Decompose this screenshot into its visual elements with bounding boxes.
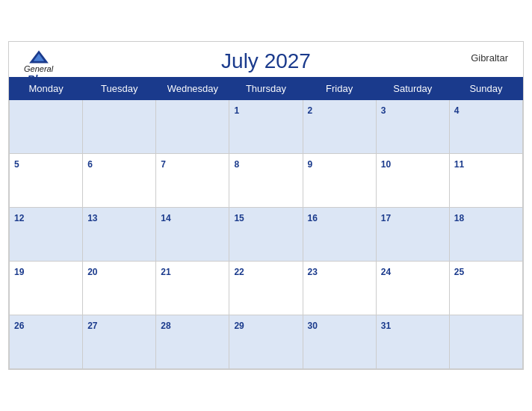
calendar-cell: 23 bbox=[303, 262, 376, 315]
date-number: 25 bbox=[454, 267, 464, 277]
logo-area: General Blue bbox=[24, 49, 53, 85]
date-number: 2 bbox=[308, 105, 313, 116]
calendar-cell: 28 bbox=[156, 315, 229, 369]
calendar-cell: 7 bbox=[156, 154, 229, 208]
calendar-week-row: 19202122232425 bbox=[10, 262, 523, 315]
date-number: 26 bbox=[14, 321, 24, 331]
header-saturday: Saturday bbox=[376, 78, 449, 100]
calendar-week-row: 262728293031 bbox=[10, 315, 523, 369]
calendar-cell: 29 bbox=[229, 315, 303, 369]
date-number: 7 bbox=[161, 159, 166, 170]
date-number: 11 bbox=[454, 159, 464, 170]
calendar-cell: 24 bbox=[376, 262, 449, 315]
calendar-cell: 8 bbox=[229, 154, 303, 208]
header-tuesday: Tuesday bbox=[83, 78, 156, 100]
calendar-cell: 6 bbox=[83, 154, 156, 208]
calendar-week-row: 12131415161718 bbox=[10, 208, 523, 262]
date-number: 12 bbox=[14, 213, 24, 223]
calendar-cell: 25 bbox=[449, 262, 522, 315]
date-number: 23 bbox=[308, 267, 318, 277]
calendar-body: 1234567891011121314151617181920212223242… bbox=[10, 100, 523, 369]
date-number: 8 bbox=[234, 159, 239, 170]
date-number: 30 bbox=[308, 321, 318, 331]
calendar-cell: 9 bbox=[303, 154, 376, 208]
date-number: 22 bbox=[234, 267, 244, 277]
calendar-cell bbox=[156, 100, 229, 154]
logo-general-text: General bbox=[24, 64, 53, 73]
date-number: 24 bbox=[381, 267, 391, 277]
calendar-cell: 13 bbox=[83, 208, 156, 262]
calendar-container: General Blue July 2027 Gibraltar Monday … bbox=[8, 41, 524, 370]
date-number: 14 bbox=[161, 213, 170, 223]
calendar-title: July 2027 bbox=[221, 49, 311, 73]
calendar-cell: 27 bbox=[83, 315, 156, 369]
date-number: 6 bbox=[87, 159, 93, 170]
calendar-cell: 18 bbox=[449, 208, 522, 262]
calendar-cell: 1 bbox=[229, 100, 303, 154]
general-blue-logo-icon bbox=[28, 49, 50, 64]
logo-blue-text: Blue bbox=[27, 73, 49, 85]
calendar-cell: 26 bbox=[10, 315, 83, 369]
location-label: Gibraltar bbox=[471, 52, 508, 64]
header-sunday: Sunday bbox=[449, 78, 522, 100]
calendar-cell: 11 bbox=[449, 154, 522, 208]
calendar-cell: 20 bbox=[83, 262, 156, 315]
date-number: 29 bbox=[234, 321, 244, 331]
header-thursday: Thursday bbox=[229, 78, 303, 100]
calendar-grid: Monday Tuesday Wednesday Thursday Friday… bbox=[9, 77, 523, 369]
calendar-cell: 3 bbox=[376, 100, 449, 154]
date-number: 9 bbox=[308, 159, 313, 170]
date-number: 18 bbox=[454, 213, 464, 223]
date-number: 17 bbox=[381, 213, 391, 223]
date-number: 1 bbox=[234, 105, 239, 116]
date-number: 19 bbox=[14, 267, 24, 277]
calendar-cell: 5 bbox=[10, 154, 83, 208]
weekday-header-row: Monday Tuesday Wednesday Thursday Friday… bbox=[10, 78, 523, 100]
calendar-cell: 2 bbox=[303, 100, 376, 154]
calendar-cell: 10 bbox=[376, 154, 449, 208]
calendar-cell: 14 bbox=[156, 208, 229, 262]
date-number: 15 bbox=[234, 213, 244, 223]
calendar-week-row: 567891011 bbox=[10, 154, 523, 208]
calendar-cell: 12 bbox=[10, 208, 83, 262]
date-number: 16 bbox=[308, 213, 318, 223]
calendar-cell: 4 bbox=[449, 100, 522, 154]
calendar-cell bbox=[10, 100, 83, 154]
date-number: 20 bbox=[87, 267, 97, 277]
calendar-cell bbox=[83, 100, 156, 154]
date-number: 3 bbox=[381, 105, 386, 116]
calendar-cell: 30 bbox=[303, 315, 376, 369]
calendar-cell: 19 bbox=[10, 262, 83, 315]
header-friday: Friday bbox=[303, 78, 376, 100]
calendar-cell: 21 bbox=[156, 262, 229, 315]
calendar-cell: 16 bbox=[303, 208, 376, 262]
date-number: 28 bbox=[161, 321, 170, 331]
calendar-cell bbox=[449, 315, 522, 369]
calendar-cell: 22 bbox=[229, 262, 303, 315]
date-number: 13 bbox=[87, 213, 97, 223]
date-number: 27 bbox=[87, 321, 97, 331]
calendar-header: General Blue July 2027 Gibraltar bbox=[9, 42, 523, 77]
date-number: 21 bbox=[161, 267, 170, 277]
calendar-cell: 31 bbox=[376, 315, 449, 369]
date-number: 31 bbox=[381, 321, 391, 331]
date-number: 5 bbox=[14, 159, 19, 170]
calendar-cell: 17 bbox=[376, 208, 449, 262]
date-number: 10 bbox=[381, 159, 391, 170]
date-number: 4 bbox=[454, 105, 460, 116]
header-wednesday: Wednesday bbox=[156, 78, 229, 100]
calendar-week-row: 1234 bbox=[10, 100, 523, 154]
calendar-cell: 15 bbox=[229, 208, 303, 262]
